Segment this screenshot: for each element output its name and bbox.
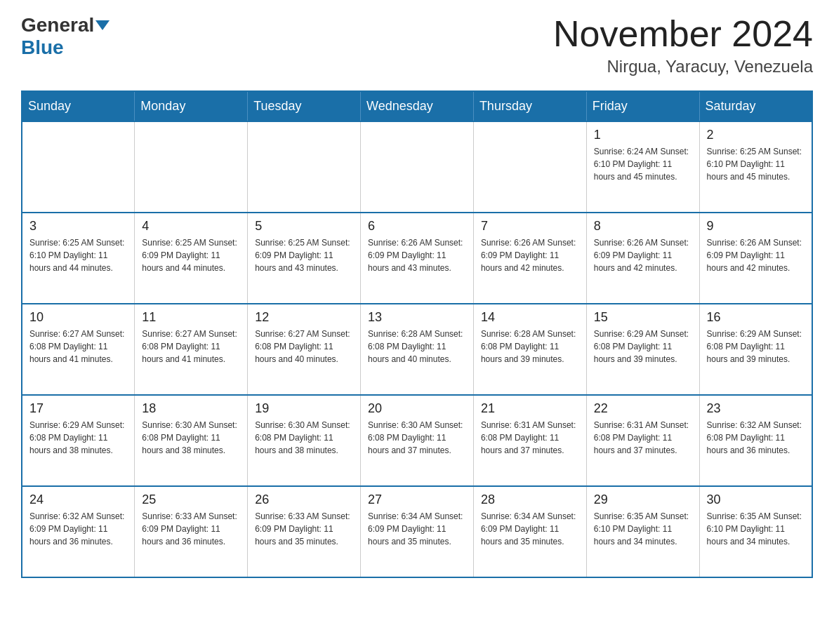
day-number: 2 xyxy=(707,128,805,142)
calendar-day-cell: 18Sunrise: 6:30 AM Sunset: 6:08 PM Dayli… xyxy=(135,395,248,486)
day-info: Sunrise: 6:30 AM Sunset: 6:08 PM Dayligh… xyxy=(255,419,353,457)
calendar-day-cell: 25Sunrise: 6:33 AM Sunset: 6:09 PM Dayli… xyxy=(135,486,248,577)
calendar-week-row: 17Sunrise: 6:29 AM Sunset: 6:08 PM Dayli… xyxy=(22,395,812,486)
day-info: Sunrise: 6:31 AM Sunset: 6:08 PM Dayligh… xyxy=(594,419,692,457)
day-number: 8 xyxy=(594,219,692,234)
calendar-day-cell: 19Sunrise: 6:30 AM Sunset: 6:08 PM Dayli… xyxy=(248,395,361,486)
day-info: Sunrise: 6:34 AM Sunset: 6:09 PM Dayligh… xyxy=(481,510,579,548)
day-number: 19 xyxy=(255,401,353,416)
day-number: 15 xyxy=(594,310,692,325)
day-info: Sunrise: 6:27 AM Sunset: 6:08 PM Dayligh… xyxy=(255,328,353,365)
calendar-day-cell: 5Sunrise: 6:25 AM Sunset: 6:09 PM Daylig… xyxy=(248,213,361,304)
day-number: 27 xyxy=(368,492,466,507)
day-number: 1 xyxy=(594,128,692,142)
day-number: 16 xyxy=(707,310,805,325)
calendar-body: 1Sunrise: 6:24 AM Sunset: 6:10 PM Daylig… xyxy=(22,121,812,577)
day-info: Sunrise: 6:33 AM Sunset: 6:09 PM Dayligh… xyxy=(255,510,353,548)
day-info: Sunrise: 6:25 AM Sunset: 6:10 PM Dayligh… xyxy=(707,145,805,183)
day-number: 14 xyxy=(481,310,579,325)
day-number: 21 xyxy=(481,401,579,416)
calendar-week-row: 1Sunrise: 6:24 AM Sunset: 6:10 PM Daylig… xyxy=(22,121,812,213)
logo-blue-text: Blue xyxy=(21,36,64,59)
day-number: 12 xyxy=(255,310,353,325)
calendar-day-cell: 2Sunrise: 6:25 AM Sunset: 6:10 PM Daylig… xyxy=(699,121,812,213)
month-title: November 2024 xyxy=(553,14,813,54)
calendar-day-cell: 1Sunrise: 6:24 AM Sunset: 6:10 PM Daylig… xyxy=(586,121,699,213)
location-text: Nirgua, Yaracuy, Venezuela xyxy=(553,57,813,76)
day-info: Sunrise: 6:30 AM Sunset: 6:08 PM Dayligh… xyxy=(142,419,240,457)
calendar-week-row: 24Sunrise: 6:32 AM Sunset: 6:09 PM Dayli… xyxy=(22,486,812,577)
day-info: Sunrise: 6:26 AM Sunset: 6:09 PM Dayligh… xyxy=(707,236,805,274)
day-info: Sunrise: 6:32 AM Sunset: 6:09 PM Dayligh… xyxy=(29,510,127,548)
day-number: 18 xyxy=(142,401,240,416)
calendar-day-cell: 26Sunrise: 6:33 AM Sunset: 6:09 PM Dayli… xyxy=(248,486,361,577)
day-info: Sunrise: 6:29 AM Sunset: 6:08 PM Dayligh… xyxy=(707,328,805,365)
calendar-day-cell: 8Sunrise: 6:26 AM Sunset: 6:09 PM Daylig… xyxy=(586,213,699,304)
day-info: Sunrise: 6:32 AM Sunset: 6:08 PM Dayligh… xyxy=(707,419,805,457)
day-info: Sunrise: 6:33 AM Sunset: 6:09 PM Dayligh… xyxy=(142,510,240,548)
calendar-day-cell: 21Sunrise: 6:31 AM Sunset: 6:08 PM Dayli… xyxy=(473,395,586,486)
calendar-day-cell xyxy=(22,121,135,213)
day-number: 24 xyxy=(29,492,127,507)
day-info: Sunrise: 6:27 AM Sunset: 6:08 PM Dayligh… xyxy=(142,328,240,365)
calendar-day-cell: 29Sunrise: 6:35 AM Sunset: 6:10 PM Dayli… xyxy=(586,486,699,577)
calendar-day-cell: 27Sunrise: 6:34 AM Sunset: 6:09 PM Dayli… xyxy=(361,486,474,577)
day-number: 13 xyxy=(368,310,466,325)
day-number: 26 xyxy=(255,492,353,507)
day-info: Sunrise: 6:25 AM Sunset: 6:09 PM Dayligh… xyxy=(255,236,353,274)
day-number: 29 xyxy=(594,492,692,507)
day-info: Sunrise: 6:26 AM Sunset: 6:09 PM Dayligh… xyxy=(368,236,466,274)
calendar-day-cell: 30Sunrise: 6:35 AM Sunset: 6:10 PM Dayli… xyxy=(699,486,812,577)
day-info: Sunrise: 6:34 AM Sunset: 6:09 PM Dayligh… xyxy=(368,510,466,548)
calendar-table: SundayMondayTuesdayWednesdayThursdayFrid… xyxy=(21,90,813,578)
calendar-header-cell: Saturday xyxy=(699,91,812,121)
calendar-day-cell: 20Sunrise: 6:30 AM Sunset: 6:08 PM Dayli… xyxy=(361,395,474,486)
calendar-day-cell: 11Sunrise: 6:27 AM Sunset: 6:08 PM Dayli… xyxy=(135,304,248,395)
day-number: 23 xyxy=(707,401,805,416)
calendar-day-cell: 6Sunrise: 6:26 AM Sunset: 6:09 PM Daylig… xyxy=(361,213,474,304)
calendar-header-cell: Tuesday xyxy=(248,91,361,121)
day-info: Sunrise: 6:24 AM Sunset: 6:10 PM Dayligh… xyxy=(594,145,692,183)
calendar-day-cell xyxy=(135,121,248,213)
day-number: 4 xyxy=(142,219,240,234)
calendar-day-cell: 7Sunrise: 6:26 AM Sunset: 6:09 PM Daylig… xyxy=(473,213,586,304)
day-number: 30 xyxy=(707,492,805,507)
day-info: Sunrise: 6:35 AM Sunset: 6:10 PM Dayligh… xyxy=(594,510,692,548)
calendar-header-cell: Sunday xyxy=(22,91,135,121)
calendar-header: SundayMondayTuesdayWednesdayThursdayFrid… xyxy=(22,91,812,121)
calendar-day-cell xyxy=(361,121,474,213)
calendar-day-cell: 9Sunrise: 6:26 AM Sunset: 6:09 PM Daylig… xyxy=(699,213,812,304)
calendar-header-cell: Monday xyxy=(135,91,248,121)
calendar-day-cell: 23Sunrise: 6:32 AM Sunset: 6:08 PM Dayli… xyxy=(699,395,812,486)
calendar-header-row: SundayMondayTuesdayWednesdayThursdayFrid… xyxy=(22,91,812,121)
calendar-day-cell: 17Sunrise: 6:29 AM Sunset: 6:08 PM Dayli… xyxy=(22,395,135,486)
calendar-day-cell: 16Sunrise: 6:29 AM Sunset: 6:08 PM Dayli… xyxy=(699,304,812,395)
calendar-day-cell: 13Sunrise: 6:28 AM Sunset: 6:08 PM Dayli… xyxy=(361,304,474,395)
day-info: Sunrise: 6:30 AM Sunset: 6:08 PM Dayligh… xyxy=(368,419,466,457)
logo: General Blue xyxy=(21,14,110,59)
title-area: November 2024 Nirgua, Yaracuy, Venezuela xyxy=(553,14,813,76)
calendar-header-cell: Thursday xyxy=(473,91,586,121)
logo-arrow-icon xyxy=(95,20,110,30)
calendar-day-cell: 22Sunrise: 6:31 AM Sunset: 6:08 PM Dayli… xyxy=(586,395,699,486)
day-info: Sunrise: 6:31 AM Sunset: 6:08 PM Dayligh… xyxy=(481,419,579,457)
day-number: 9 xyxy=(707,219,805,234)
day-info: Sunrise: 6:29 AM Sunset: 6:08 PM Dayligh… xyxy=(29,419,127,457)
day-number: 3 xyxy=(29,219,127,234)
day-info: Sunrise: 6:25 AM Sunset: 6:10 PM Dayligh… xyxy=(29,236,127,274)
day-number: 10 xyxy=(29,310,127,325)
day-info: Sunrise: 6:25 AM Sunset: 6:09 PM Dayligh… xyxy=(142,236,240,274)
calendar-day-cell: 14Sunrise: 6:28 AM Sunset: 6:08 PM Dayli… xyxy=(473,304,586,395)
day-number: 22 xyxy=(594,401,692,416)
calendar-day-cell: 15Sunrise: 6:29 AM Sunset: 6:08 PM Dayli… xyxy=(586,304,699,395)
calendar-day-cell: 4Sunrise: 6:25 AM Sunset: 6:09 PM Daylig… xyxy=(135,213,248,304)
day-info: Sunrise: 6:27 AM Sunset: 6:08 PM Dayligh… xyxy=(29,328,127,365)
day-number: 28 xyxy=(481,492,579,507)
calendar-day-cell: 28Sunrise: 6:34 AM Sunset: 6:09 PM Dayli… xyxy=(473,486,586,577)
calendar-week-row: 3Sunrise: 6:25 AM Sunset: 6:10 PM Daylig… xyxy=(22,213,812,304)
calendar-day-cell xyxy=(248,121,361,213)
calendar-day-cell: 3Sunrise: 6:25 AM Sunset: 6:10 PM Daylig… xyxy=(22,213,135,304)
day-number: 17 xyxy=(29,401,127,416)
day-number: 5 xyxy=(255,219,353,234)
day-info: Sunrise: 6:29 AM Sunset: 6:08 PM Dayligh… xyxy=(594,328,692,365)
